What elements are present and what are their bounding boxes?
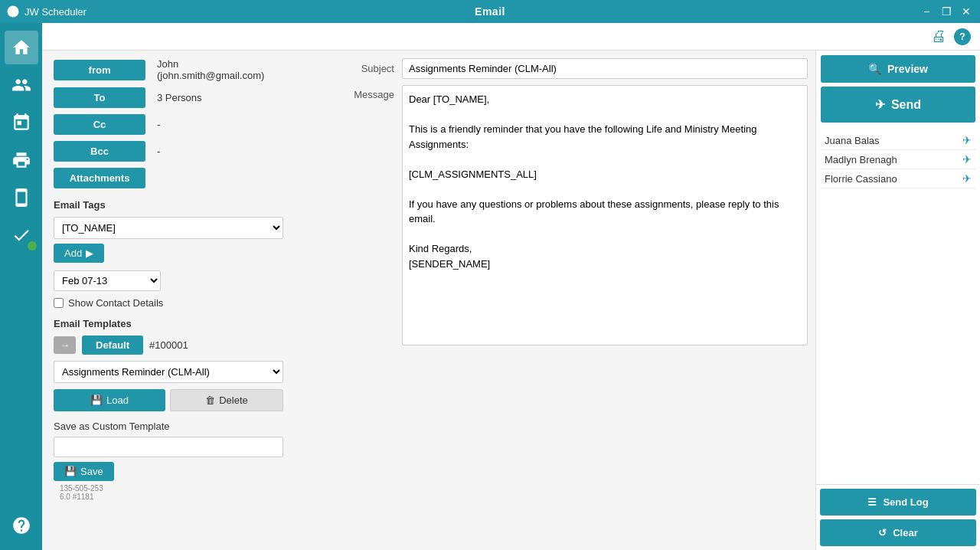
help-icon[interactable]: ? xyxy=(954,28,971,45)
attachments-button[interactable]: Attachments xyxy=(54,168,145,188)
save-template-button[interactable]: 💾 Save xyxy=(54,462,114,481)
table-row: Madlyn Brenagh ✈ xyxy=(820,150,976,169)
to-value: 3 Persons xyxy=(157,92,202,103)
send-recipient-icon[interactable]: ✈ xyxy=(962,134,972,146)
email-right-panel: 🔍 Preview ✈ Send Juana Balas ✈ Ma xyxy=(815,51,980,550)
version-info: 135-505-253 6.0 #1181 xyxy=(54,481,283,504)
send-plane-icon: ✈ xyxy=(875,97,885,112)
save-label: Save xyxy=(80,466,103,477)
close-button[interactable]: ✕ xyxy=(959,4,974,19)
add-tag-label: Add xyxy=(64,247,82,259)
list-icon: ☰ xyxy=(867,496,877,508)
cc-button[interactable]: Cc xyxy=(54,114,145,135)
sidebar xyxy=(0,23,42,550)
show-contact-row: Show Contact Details xyxy=(54,297,283,309)
message-row: Message Dear [TO_NAME], This is a friend… xyxy=(302,85,808,345)
message-label: Message xyxy=(302,85,394,100)
window-title: Email xyxy=(475,5,505,18)
delete-template-button[interactable]: 🗑 Delete xyxy=(170,389,283,411)
table-row: Florrie Cassiano ✈ xyxy=(820,169,976,188)
default-template-button[interactable]: Default xyxy=(82,336,143,355)
instance-id: 135-505-253 xyxy=(60,484,103,493)
template-number: #100001 xyxy=(149,339,188,351)
refresh-icon: ↺ xyxy=(878,527,887,539)
cc-row: Cc - xyxy=(54,114,283,135)
delete-label: Delete xyxy=(219,394,248,406)
save-custom-input[interactable] xyxy=(54,437,283,457)
sidebar-item-print[interactable] xyxy=(5,143,38,177)
right-top-buttons: 🔍 Preview ✈ Send xyxy=(816,51,980,127)
app-title: JW Scheduler xyxy=(24,6,87,18)
load-label: Load xyxy=(106,394,129,406)
cc-value: - xyxy=(157,119,160,130)
show-contact-checkbox[interactable] xyxy=(54,298,64,308)
bcc-value: - xyxy=(157,146,160,157)
template-action-buttons: 💾 Load 🗑 Delete xyxy=(54,389,283,411)
template-arrow-button[interactable]: → xyxy=(54,336,76,354)
search-icon: 🔍 xyxy=(868,63,881,75)
send-log-button[interactable]: ☰ Send Log xyxy=(820,489,976,516)
tasks-badge xyxy=(28,241,37,250)
sidebar-item-people[interactable] xyxy=(5,68,38,102)
send-recipient-icon[interactable]: ✈ xyxy=(962,172,972,185)
tag-select[interactable]: [TO_NAME] [SENDER_NAME] [CLM_ASSIGNMENTS… xyxy=(54,217,283,239)
print-icon[interactable]: 🖨 xyxy=(931,28,946,45)
app-logo-icon xyxy=(6,5,20,18)
send-recipient-icon[interactable]: ✈ xyxy=(962,153,972,165)
email-tags-title: Email Tags xyxy=(54,199,283,211)
restore-button[interactable]: ❐ xyxy=(939,4,954,19)
bcc-row: Bcc - xyxy=(54,141,283,162)
preview-button[interactable]: 🔍 Preview xyxy=(821,55,975,83)
svg-point-0 xyxy=(8,6,19,18)
message-textarea[interactable]: Dear [TO_NAME], This is a friendly remin… xyxy=(402,85,808,345)
minimize-button[interactable]: − xyxy=(919,4,934,19)
subject-row: Subject xyxy=(302,58,808,79)
floppy-icon: 💾 xyxy=(64,466,77,477)
bcc-button[interactable]: Bcc xyxy=(54,141,145,162)
top-toolbar: 🖨 ? xyxy=(42,23,980,51)
clear-label: Clear xyxy=(893,527,918,539)
title-bar: JW Scheduler Email − ❐ ✕ xyxy=(0,0,980,23)
sidebar-item-help[interactable] xyxy=(5,509,38,542)
email-center-panel: Subject Message Dear [TO_NAME], This is … xyxy=(295,51,815,550)
add-tag-button[interactable]: Add ▶ xyxy=(54,244,104,263)
from-row: from John (john.smith@gmail.com) xyxy=(54,58,283,81)
recipients-list: Juana Balas ✈ Madlyn Brenagh ✈ Florrie C… xyxy=(816,127,980,484)
save-icon: 💾 xyxy=(90,394,103,406)
subject-input[interactable] xyxy=(402,58,808,79)
template-select[interactable]: Assignments Reminder (CLM-All) Custom Te… xyxy=(54,361,283,383)
send-main-button[interactable]: ✈ Send xyxy=(821,87,975,123)
date-select[interactable]: Feb 07-13 Feb 14-20 Feb 21-27 xyxy=(54,270,161,291)
email-area: from John (john.smith@gmail.com) To 3 Pe… xyxy=(42,51,980,550)
show-contact-label[interactable]: Show Contact Details xyxy=(68,297,163,309)
email-left-panel: from John (john.smith@gmail.com) To 3 Pe… xyxy=(42,51,295,550)
recipient-name: Madlyn Brenagh xyxy=(825,154,897,165)
add-arrow-icon: ▶ xyxy=(86,247,93,259)
from-value: John (john.smith@gmail.com) xyxy=(157,58,283,81)
window-controls: − ❐ ✕ xyxy=(919,4,974,19)
version-number: 6.0 #1181 xyxy=(60,493,94,501)
from-button[interactable]: from xyxy=(54,60,145,80)
trash-icon: 🗑 xyxy=(205,394,215,406)
attachments-row: Attachments xyxy=(54,168,283,188)
sidebar-item-mobile[interactable] xyxy=(5,181,38,214)
template-controls-row: → Default #100001 xyxy=(54,336,283,355)
bottom-actions: ☰ Send Log ↺ Clear xyxy=(816,484,980,550)
content-area: 🖨 ? from John (john.smith@gmail.com) To … xyxy=(42,23,980,550)
table-row: Juana Balas ✈ xyxy=(820,131,976,150)
app-title-area: JW Scheduler xyxy=(6,5,87,18)
subject-label: Subject xyxy=(302,63,394,74)
to-row: To 3 Persons xyxy=(54,87,283,108)
send-label: Send xyxy=(891,98,921,112)
sidebar-item-calendar[interactable] xyxy=(5,106,38,139)
to-button[interactable]: To xyxy=(54,87,145,108)
recipient-name: Juana Balas xyxy=(825,135,880,146)
main-layout: 🖨 ? from John (john.smith@gmail.com) To … xyxy=(0,23,980,550)
sidebar-item-home[interactable] xyxy=(5,31,38,64)
load-template-button[interactable]: 💾 Load xyxy=(54,389,165,411)
email-templates-title: Email Templates xyxy=(54,318,283,329)
clear-button[interactable]: ↺ Clear xyxy=(820,519,976,546)
recipient-name: Florrie Cassiano xyxy=(825,173,897,185)
preview-label: Preview xyxy=(887,63,928,75)
sidebar-item-tasks[interactable] xyxy=(5,218,38,252)
